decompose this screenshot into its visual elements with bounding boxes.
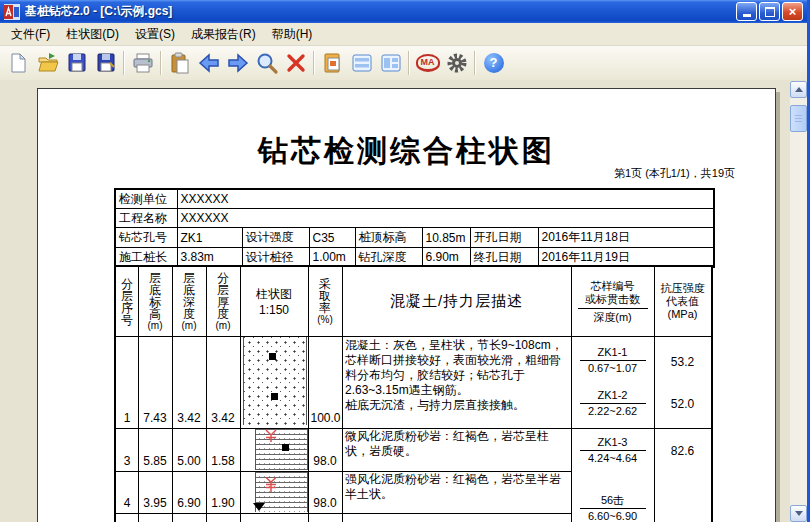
menu-file[interactable]: 文件(F) [3, 23, 58, 46]
concrete-hatch-pattern [243, 337, 307, 425]
help-button[interactable]: ? [479, 49, 508, 77]
project-info-table: 检测单位 XXXXXX 工程名称 XXXXXX 钻芯孔号 ZK1 设计强度 C3… [114, 188, 715, 268]
print-button[interactable] [128, 49, 157, 77]
close-icon: × [789, 4, 797, 20]
sample-id: 56击 [571, 494, 654, 507]
col-header-description: 混凝土/持力层描述 [342, 267, 571, 336]
report-image-button[interactable] [318, 49, 347, 77]
menu-help[interactable]: 帮助(H) [264, 23, 321, 46]
scroll-down-button[interactable] [790, 505, 807, 522]
core-sample-marker [271, 393, 278, 400]
save-as-button[interactable] [91, 49, 120, 77]
open-file-button[interactable] [33, 49, 62, 77]
divider [580, 450, 646, 451]
sample-depth: 6.60~6.90 [571, 510, 654, 522]
grid-line [116, 513, 571, 514]
sample-depth: 4.24~4.64 [571, 452, 654, 465]
cell-recovery-rate: 100.0 [308, 412, 343, 425]
table-row: 钻芯孔号 ZK1 设计强度 C35 桩顶标高 10.85m 开孔日期 2016年… [115, 228, 714, 248]
title-bar: 基桩钻芯2.0 - [C:\示例.gcs] × [0, 0, 807, 23]
clipboard-icon [168, 51, 192, 75]
report-columns-button[interactable] [376, 49, 405, 77]
vertical-scrollbar[interactable] [790, 81, 807, 522]
info-value: C35 [309, 228, 355, 248]
col-header-elevation: 层底标高 (m) [138, 267, 172, 336]
cell-seq: 1 [116, 412, 138, 425]
weathered-rock-symbol [263, 428, 279, 444]
window-title: 基桩钻芯2.0 - [C:\示例.gcs] [25, 3, 734, 20]
printer-icon [131, 51, 155, 75]
open-folder-icon [36, 51, 60, 75]
cell-seq: 3 [116, 455, 138, 468]
cell-seq: 4 [116, 497, 138, 510]
zoom-button[interactable] [252, 49, 281, 77]
sample-depth: 0.67~1.07 [571, 362, 654, 375]
minimize-button[interactable] [736, 2, 757, 21]
clipboard-photo-icon [321, 51, 345, 75]
info-value: 10.85m [422, 228, 470, 248]
cell-depth: 3.42 [172, 412, 206, 425]
ma-stamp-button[interactable]: MA [413, 49, 442, 77]
help-icon: ? [484, 53, 504, 73]
core-sample-marker [282, 444, 289, 451]
new-document-icon [7, 51, 31, 75]
thumb-grip [795, 115, 802, 122]
save-button[interactable] [62, 49, 91, 77]
arrow-up-icon [795, 87, 803, 92]
minimize-icon [743, 14, 751, 17]
new-document-button[interactable] [4, 49, 33, 77]
sample-id: ZK1-3 [571, 436, 654, 449]
cell-recovery-rate: 98.0 [308, 455, 342, 468]
info-label: 工程名称 [115, 209, 177, 228]
sample-id: ZK1-2 [571, 389, 654, 402]
col-header-sample: 芯样编号 或标贯击数 深度(m) [571, 267, 654, 336]
settings-button[interactable] [442, 49, 471, 77]
scrollbar-thumb[interactable] [790, 105, 807, 132]
divider [580, 360, 646, 361]
col-header-recovery-rate: 采取率 (%) [308, 267, 342, 336]
strength-value: 82.6 [654, 444, 711, 458]
sample-id: ZK1-1 [571, 346, 654, 359]
sample-entry: 56击 6.60~6.90 [571, 494, 654, 522]
table-row: 检测单位 XXXXXX [115, 189, 714, 209]
gear-icon [445, 51, 469, 75]
menu-settings[interactable]: 设置(S) [127, 23, 183, 46]
arrow-down-icon [795, 511, 803, 516]
back-button[interactable] [194, 49, 223, 77]
menu-results-report[interactable]: 成果报告(R) [183, 23, 264, 46]
cell-elevation: 3.95 [138, 497, 172, 510]
ma-stamp-icon: MA [416, 54, 440, 72]
col-header-strength: 抗压强度 代表值 (MPa) [654, 267, 711, 336]
scroll-up-button[interactable] [790, 81, 807, 98]
info-value: 2016年11月18日 [538, 228, 714, 248]
col-header-chart: 柱状图 1:150 [240, 267, 308, 336]
save-icon [65, 51, 89, 75]
cell-recovery-rate: 98.0 [308, 497, 342, 510]
report-panel-button[interactable] [347, 49, 376, 77]
forward-button[interactable] [223, 49, 252, 77]
col-header-thickness: 分层厚度 (m) [206, 267, 240, 336]
cell-thickness: 1.58 [206, 455, 240, 468]
arrow-right-icon [225, 51, 251, 75]
toolbar: MA ? [0, 46, 807, 81]
cell-elevation: 7.43 [138, 412, 172, 425]
close-button[interactable]: × [782, 2, 803, 21]
pile-bottom-marker [253, 503, 265, 511]
divider [578, 308, 648, 309]
paste-button[interactable] [165, 49, 194, 77]
document-viewport[interactable]: 钻芯检测综合柱状图 第1页 (本孔1/1)，共19页 检测单位 XXXXXX 工… [0, 80, 807, 522]
info-value: XXXXXX [177, 209, 714, 228]
cell-depth: 6.90 [172, 497, 206, 510]
info-label: 桩顶标高 [355, 228, 422, 248]
panel-rows-icon [350, 51, 374, 75]
restore-button[interactable] [759, 2, 780, 21]
menu-columnar-diagram[interactable]: 柱状图(D) [58, 23, 127, 46]
grid-line [116, 336, 711, 337]
info-label: 检测单位 [115, 189, 177, 209]
app-window: 基桩钻芯2.0 - [C:\示例.gcs] × 文件(F) 柱状图(D) 设置(… [0, 0, 810, 522]
toolbar-separator [160, 51, 162, 75]
app-icon [4, 4, 20, 20]
toolbar-separator [474, 51, 476, 75]
delete-button[interactable] [281, 49, 310, 77]
sample-entry: ZK1-2 2.22~2.62 [571, 389, 654, 418]
